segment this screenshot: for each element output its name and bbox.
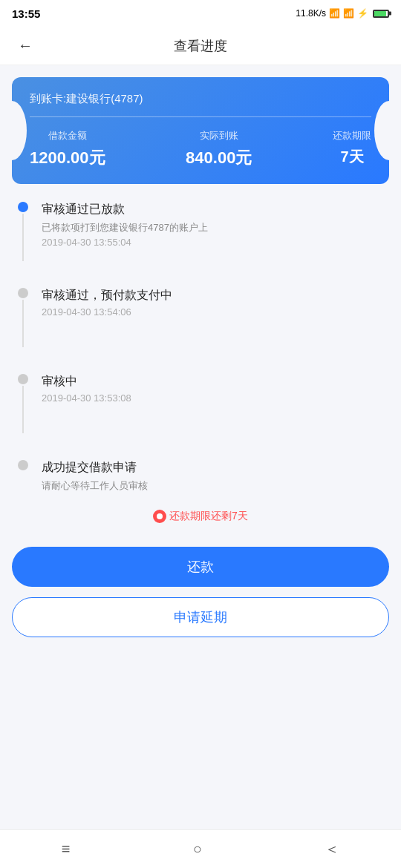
card-amounts: 借款金额 1200.00元 实际到账 840.00元 还款期限 7天 — [30, 129, 371, 169]
timeline-content-4: 成功提交借款申请 请耐心等待工作人员审核 — [42, 460, 383, 495]
card-account: 到账卡:建设银行(4787) — [30, 92, 371, 106]
actual-amount-label: 实际到账 — [186, 129, 252, 142]
battery-fill — [374, 11, 386, 16]
timeline-line-2 — [22, 300, 24, 347]
timeline-title-1: 审核通过已放款 — [42, 202, 383, 217]
dot-wrap-1 — [18, 202, 28, 261]
timeline-line-1 — [22, 214, 24, 261]
loan-amount-item: 借款金额 1200.00元 — [30, 129, 105, 169]
timeline-item-step1: 审核通过已放款 已将款项打到您建设银行4787的账户上 2019-04-30 1… — [18, 202, 383, 261]
nav-bar: ≡ ○ ＜ — [0, 829, 401, 868]
loan-amount-value: 1200.00元 — [30, 147, 105, 169]
nav-back-icon[interactable]: ＜ — [307, 833, 357, 865]
timeline-dot-1 — [18, 202, 28, 212]
dot-wrap-4 — [18, 460, 28, 470]
timeline-desc-1: 已将款项打到您建设银行4787的账户上 — [42, 220, 383, 235]
button-area: 还款 申请延期 — [0, 547, 401, 646]
timeline-time-3: 2019-04-30 13:53:08 — [42, 392, 383, 404]
timeline-dot-3 — [18, 374, 28, 384]
card-divider — [30, 116, 371, 117]
network-speed: 11.8K/s — [296, 8, 326, 19]
status-time: 13:55 — [12, 7, 40, 20]
wifi-icon: 📶 — [343, 8, 354, 19]
reminder-icon — [153, 510, 166, 523]
timeline-content-1: 审核通过已放款 已将款项打到您建设银行4787的账户上 2019-04-30 1… — [42, 202, 383, 248]
reminder: 还款期限还剩7天 — [12, 510, 389, 523]
timeline-time-2: 2019-04-30 13:54:06 — [42, 306, 383, 318]
dot-wrap-2 — [18, 288, 28, 347]
battery-icon — [373, 10, 389, 18]
actual-amount-value: 840.00元 — [186, 147, 252, 169]
reminder-text: 还款期限还剩7天 — [169, 510, 248, 523]
nav-home-icon[interactable]: ○ — [175, 835, 220, 864]
timeline-title-2: 审核通过，预付款支付中 — [42, 288, 383, 303]
repay-term-label: 还款期限 — [333, 129, 371, 142]
timeline-time-1: 2019-04-30 13:55:04 — [42, 237, 383, 248]
timeline-dot-2 — [18, 288, 28, 298]
timeline-item-step2: 审核通过，预付款支付中 2019-04-30 13:54:06 — [18, 288, 383, 347]
progress-timeline: 审核通过已放款 已将款项打到您建设银行4787的账户上 2019-04-30 1… — [12, 202, 389, 495]
timeline-dot-4 — [18, 460, 28, 470]
timeline-content-3: 审核中 2019-04-30 13:53:08 — [42, 374, 383, 404]
main-content: 到账卡:建设银行(4787) 借款金额 1200.00元 实际到账 840.00… — [0, 65, 401, 547]
dot-wrap-3 — [18, 374, 28, 433]
page-title: 查看进度 — [174, 37, 227, 55]
timeline-title-3: 审核中 — [42, 374, 383, 389]
timeline-content-2: 审核通过，预付款支付中 2019-04-30 13:54:06 — [42, 288, 383, 318]
timeline-line-3 — [22, 386, 24, 433]
status-bar: 13:55 11.8K/s 📶 📶 ⚡ — [0, 0, 401, 27]
timeline-item-step4: 成功提交借款申请 请耐心等待工作人员审核 — [18, 460, 383, 495]
charging-icon: ⚡ — [357, 8, 368, 19]
timeline-desc-4: 请耐心等待工作人员审核 — [42, 479, 383, 493]
repay-term-item: 还款期限 7天 — [333, 129, 371, 169]
header: ← 查看进度 — [0, 27, 401, 65]
repay-term-value: 7天 — [333, 147, 371, 167]
back-button[interactable]: ← — [12, 31, 39, 60]
repay-button[interactable]: 还款 — [12, 547, 389, 587]
nav-menu-icon[interactable]: ≡ — [44, 835, 88, 864]
status-icons: 11.8K/s 📶 📶 ⚡ — [296, 8, 389, 19]
timeline-title-4: 成功提交借款申请 — [42, 460, 383, 476]
actual-amount-item: 实际到账 840.00元 — [186, 129, 252, 169]
signal-icon: 📶 — [329, 8, 340, 19]
loan-amount-label: 借款金额 — [30, 129, 105, 142]
loan-card: 到账卡:建设银行(4787) 借款金额 1200.00元 实际到账 840.00… — [12, 77, 389, 184]
timeline-item-step3: 审核中 2019-04-30 13:53:08 — [18, 374, 383, 433]
extend-button[interactable]: 申请延期 — [12, 597, 389, 637]
